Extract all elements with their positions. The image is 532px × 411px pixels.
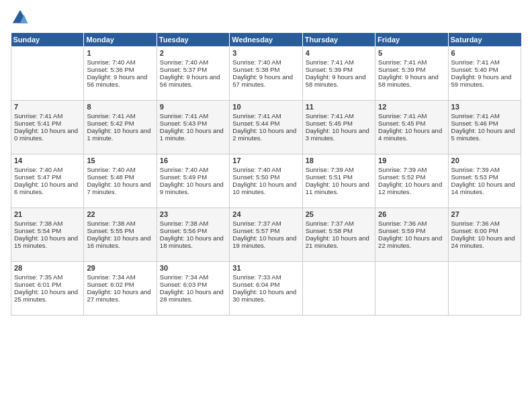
daylight-text: Daylight: 10 hours and 10 minutes.: [232, 181, 296, 195]
sunset-text: Sunset: 5:49 PM: [160, 173, 207, 181]
week-row-5: 28Sunrise: 7:35 AMSunset: 6:01 PMDayligh…: [11, 262, 521, 316]
calendar-cell: 21Sunrise: 7:38 AMSunset: 5:54 PMDayligh…: [11, 208, 84, 262]
daylight-text: Daylight: 9 hours and 56 minutes.: [87, 73, 147, 88]
daylight-text: Daylight: 9 hours and 56 minutes.: [160, 73, 220, 88]
day-number: 10: [232, 103, 299, 111]
sunset-text: Sunset: 5:38 PM: [232, 66, 279, 73]
calendar-cell: 28Sunrise: 7:35 AMSunset: 6:01 PMDayligh…: [11, 262, 84, 316]
calendar-cell: 14Sunrise: 7:40 AMSunset: 5:47 PMDayligh…: [11, 154, 84, 208]
sunrise-text: Sunrise: 7:41 AM: [232, 112, 281, 120]
sunrise-text: Sunrise: 7:39 AM: [451, 166, 500, 173]
daylight-text: Daylight: 10 hours and 25 minutes.: [14, 288, 78, 303]
logo-icon: [11, 8, 30, 27]
sunrise-text: Sunrise: 7:41 AM: [451, 58, 500, 66]
calendar-cell: 11Sunrise: 7:41 AMSunset: 5:45 PMDayligh…: [302, 101, 375, 154]
daylight-text: Daylight: 10 hours and 1 minute.: [160, 127, 224, 142]
calendar-cell: 4Sunrise: 7:41 AMSunset: 5:39 PMDaylight…: [302, 47, 375, 101]
sunrise-text: Sunrise: 7:39 AM: [378, 166, 427, 173]
sunrise-text: Sunrise: 7:38 AM: [160, 220, 208, 227]
day-number: 20: [451, 156, 518, 165]
calendar-cell: 26Sunrise: 7:36 AMSunset: 5:59 PMDayligh…: [375, 208, 448, 262]
daylight-text: Daylight: 9 hours and 58 minutes.: [306, 73, 366, 88]
calendar-cell: 17Sunrise: 7:40 AMSunset: 5:50 PMDayligh…: [230, 154, 302, 208]
sunset-text: Sunset: 5:55 PM: [87, 227, 134, 234]
day-number: 28: [14, 264, 81, 272]
calendar-cell: 27Sunrise: 7:36 AMSunset: 6:00 PMDayligh…: [448, 208, 521, 262]
sunrise-text: Sunrise: 7:40 AM: [87, 58, 135, 66]
day-number: 26: [378, 210, 445, 218]
calendar-cell: 6Sunrise: 7:41 AMSunset: 5:40 PMDaylight…: [448, 47, 521, 101]
calendar-cell: 16Sunrise: 7:40 AMSunset: 5:49 PMDayligh…: [157, 154, 229, 208]
sunrise-text: Sunrise: 7:41 AM: [451, 112, 500, 120]
sunrise-text: Sunrise: 7:37 AM: [232, 220, 281, 227]
daylight-text: Daylight: 10 hours and 7 minutes.: [87, 181, 150, 195]
calendar-cell: 23Sunrise: 7:38 AMSunset: 5:56 PMDayligh…: [157, 208, 229, 262]
sunset-text: Sunset: 5:36 PM: [87, 66, 134, 73]
sunrise-text: Sunrise: 7:35 AM: [14, 273, 62, 281]
sunrise-text: Sunrise: 7:40 AM: [232, 166, 281, 173]
header: [11, 8, 521, 27]
sunrise-text: Sunrise: 7:38 AM: [87, 220, 135, 227]
calendar-cell: [375, 262, 448, 316]
daylight-text: Daylight: 10 hours and 12 minutes.: [378, 181, 442, 195]
day-number: 1: [87, 49, 153, 57]
sunset-text: Sunset: 5:47 PM: [14, 173, 61, 181]
calendar-table: SundayMondayTuesdayWednesdayThursdayFrid…: [11, 32, 521, 316]
sunset-text: Sunset: 5:48 PM: [87, 173, 134, 181]
day-number: 12: [378, 103, 445, 111]
sunset-text: Sunset: 5:41 PM: [14, 120, 61, 127]
day-number: 4: [306, 49, 372, 57]
col-header-monday: Monday: [84, 33, 157, 47]
sunset-text: Sunset: 5:45 PM: [378, 120, 425, 127]
sunset-text: Sunset: 5:45 PM: [306, 120, 353, 127]
sunset-text: Sunset: 5:56 PM: [160, 227, 207, 234]
daylight-text: Daylight: 10 hours and 2 minutes.: [232, 127, 296, 142]
daylight-text: Daylight: 9 hours and 57 minutes.: [232, 73, 293, 88]
col-header-thursday: Thursday: [302, 33, 375, 47]
week-row-4: 21Sunrise: 7:38 AMSunset: 5:54 PMDayligh…: [11, 208, 521, 262]
sunrise-text: Sunrise: 7:41 AM: [306, 58, 354, 66]
sunset-text: Sunset: 5:59 PM: [378, 227, 425, 234]
day-number: 27: [451, 210, 518, 218]
calendar-cell: 8Sunrise: 7:41 AMSunset: 5:42 PMDaylight…: [84, 101, 157, 154]
day-number: 11: [306, 103, 372, 111]
daylight-text: Daylight: 10 hours and 30 minutes.: [232, 288, 296, 303]
daylight-text: Daylight: 9 hours and 59 minutes.: [451, 73, 512, 88]
calendar-cell: 22Sunrise: 7:38 AMSunset: 5:55 PMDayligh…: [84, 208, 157, 262]
col-header-saturday: Saturday: [448, 33, 521, 47]
day-number: 24: [232, 210, 299, 218]
sunrise-text: Sunrise: 7:40 AM: [160, 166, 208, 173]
sunset-text: Sunset: 5:57 PM: [232, 227, 279, 234]
day-number: 3: [232, 49, 299, 57]
day-number: 30: [160, 264, 226, 272]
sunset-text: Sunset: 5:46 PM: [451, 120, 498, 127]
sunrise-text: Sunrise: 7:36 AM: [378, 220, 427, 227]
sunset-text: Sunset: 5:40 PM: [451, 66, 498, 73]
day-number: 29: [87, 264, 153, 272]
daylight-text: Daylight: 10 hours and 3 minutes.: [306, 127, 369, 142]
daylight-text: Daylight: 10 hours and 22 minutes.: [378, 234, 442, 249]
daylight-text: Daylight: 9 hours and 58 minutes.: [378, 73, 439, 88]
week-row-3: 14Sunrise: 7:40 AMSunset: 5:47 PMDayligh…: [11, 154, 521, 208]
sunset-text: Sunset: 5:42 PM: [87, 120, 134, 127]
col-header-tuesday: Tuesday: [157, 33, 229, 47]
sunrise-text: Sunrise: 7:33 AM: [232, 273, 281, 281]
sunset-text: Sunset: 5:58 PM: [306, 227, 353, 234]
day-number: 18: [306, 156, 372, 165]
calendar-cell: 1Sunrise: 7:40 AMSunset: 5:36 PMDaylight…: [84, 47, 157, 101]
sunrise-text: Sunrise: 7:41 AM: [14, 112, 62, 120]
sunrise-text: Sunrise: 7:40 AM: [87, 166, 135, 173]
calendar-cell: 13Sunrise: 7:41 AMSunset: 5:46 PMDayligh…: [448, 101, 521, 154]
calendar-cell: 19Sunrise: 7:39 AMSunset: 5:52 PMDayligh…: [375, 154, 448, 208]
sunset-text: Sunset: 5:50 PM: [232, 173, 279, 181]
sunrise-text: Sunrise: 7:41 AM: [306, 112, 354, 120]
calendar-cell: [11, 47, 84, 101]
logo: [11, 8, 32, 27]
daylight-text: Daylight: 10 hours and 11 minutes.: [306, 181, 369, 195]
daylight-text: Daylight: 10 hours and 6 minutes.: [14, 181, 78, 195]
day-number: 17: [232, 156, 299, 165]
day-number: 5: [378, 49, 445, 57]
daylight-text: Daylight: 10 hours and 27 minutes.: [87, 288, 150, 303]
daylight-text: Daylight: 10 hours and 19 minutes.: [232, 234, 296, 249]
day-number: 21: [14, 210, 81, 218]
